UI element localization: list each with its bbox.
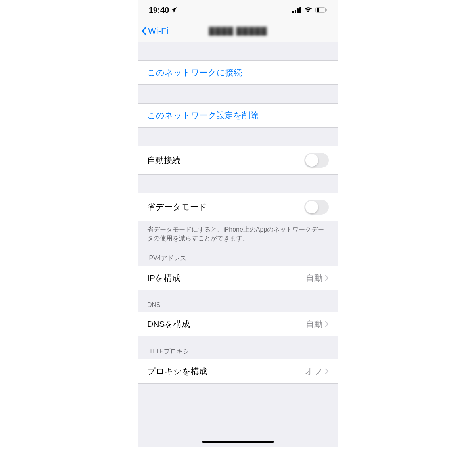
low-data-cell: 省データモード <box>138 193 338 221</box>
section-gap <box>138 42 338 60</box>
forget-network-cell[interactable]: このネットワーク設定を削除 <box>138 103 338 128</box>
chevron-right-icon <box>325 275 329 281</box>
ipv4-section-header: IPV4アドレス <box>138 243 338 266</box>
cellular-signal-icon <box>292 7 301 13</box>
forget-network-label: このネットワーク設定を削除 <box>147 110 259 121</box>
section-gap <box>138 85 338 103</box>
chevron-right-icon <box>325 321 329 327</box>
svg-rect-2 <box>326 9 327 11</box>
phone-screen: 19:40 Wi-Fi ▓▓▓▓ ▓▓▓▓▓ この <box>138 0 338 447</box>
wifi-icon <box>304 7 312 13</box>
dns-section-header: DNS <box>138 290 338 312</box>
back-button[interactable]: Wi-Fi <box>141 26 168 36</box>
join-network-cell[interactable]: このネットワークに接続 <box>138 60 338 85</box>
proxy-section-header: HTTPプロキシ <box>138 336 338 359</box>
svg-rect-1 <box>317 8 319 12</box>
home-indicator[interactable] <box>202 441 274 443</box>
page-title: ▓▓▓▓ ▓▓▓▓▓ <box>209 26 267 35</box>
auto-join-label: 自動接続 <box>147 155 180 166</box>
ip-configure-cell[interactable]: IPを構成 自動 <box>138 266 338 290</box>
dns-configure-cell[interactable]: DNSを構成 自動 <box>138 312 338 336</box>
proxy-configure-value: オフ <box>305 366 322 377</box>
back-label: Wi-Fi <box>148 26 168 36</box>
location-icon <box>171 7 177 13</box>
battery-icon <box>315 7 327 13</box>
chevron-left-icon <box>141 26 147 36</box>
auto-join-toggle[interactable] <box>304 153 329 168</box>
status-bar: 19:40 <box>138 0 338 20</box>
chevron-right-icon <box>325 368 329 374</box>
low-data-label: 省データモード <box>147 202 207 213</box>
status-time: 19:40 <box>149 6 169 15</box>
proxy-configure-label: プロキシを構成 <box>147 366 207 377</box>
section-gap <box>138 175 338 193</box>
section-gap <box>138 128 338 146</box>
auto-join-cell: 自動接続 <box>138 146 338 175</box>
low-data-footer: 省データモードにすると、iPhone上のAppのネットワークデータの使用を減らす… <box>138 221 338 243</box>
navigation-bar: Wi-Fi ▓▓▓▓ ▓▓▓▓▓ <box>138 20 338 42</box>
toggle-knob <box>305 201 318 213</box>
dns-configure-label: DNSを構成 <box>147 319 190 330</box>
low-data-toggle[interactable] <box>304 200 329 215</box>
dns-configure-value: 自動 <box>306 319 322 330</box>
ip-configure-value: 自動 <box>306 273 322 284</box>
bottom-area <box>138 384 338 447</box>
ip-configure-label: IPを構成 <box>147 273 180 284</box>
join-network-label: このネットワークに接続 <box>147 67 242 78</box>
toggle-knob <box>305 154 318 167</box>
proxy-configure-cell[interactable]: プロキシを構成 オフ <box>138 359 338 384</box>
